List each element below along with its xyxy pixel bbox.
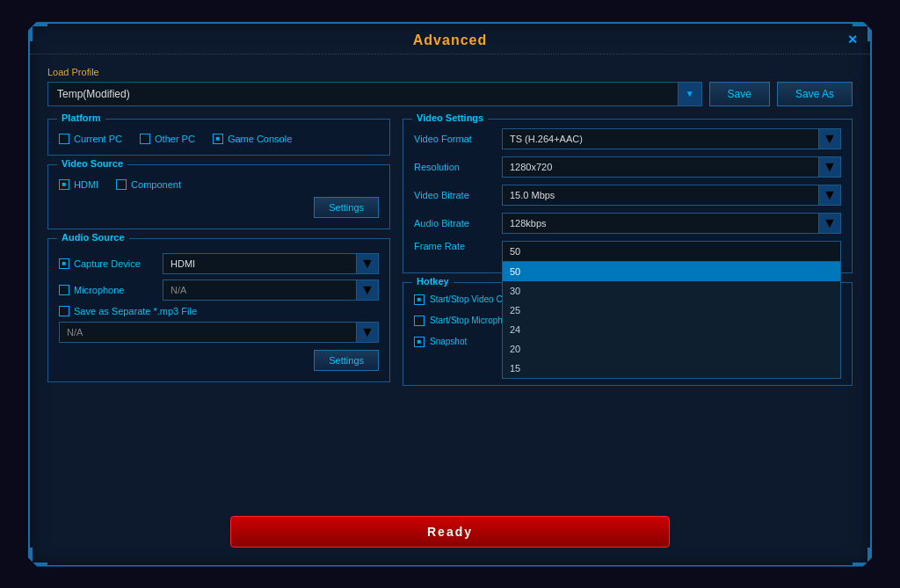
video-source-settings-row: Settings — [59, 197, 379, 218]
audio-bitrate-wrapper: 128kbps ▼ — [502, 213, 841, 234]
resolution-value: 1280x720 — [502, 156, 841, 178]
load-profile-section: Load Profile Temp(Modified) ▼ Save Save … — [47, 67, 853, 106]
microphone-checkbox[interactable] — [59, 285, 69, 295]
capture-device-checkbox[interactable] — [59, 258, 69, 269]
video-format-arrow[interactable]: ▼ — [818, 128, 841, 149]
capture-device-row: Capture Device HDMI ▼ — [59, 253, 379, 274]
platform-box: Platform Current PC Other PC Game Con — [47, 119, 390, 156]
frame-rate-option-15[interactable]: 15 — [503, 359, 840, 378]
left-panel: Platform Current PC Other PC Game Con — [47, 119, 390, 386]
audio-bitrate-row: Audio Bitrate 128kbps ▼ — [414, 213, 841, 234]
ready-bar: Ready — [230, 516, 670, 548]
other-pc-checkbox[interactable] — [140, 134, 150, 144]
microphone-item: Microphone — [59, 285, 156, 295]
frame-rate-option-24[interactable]: 24 — [503, 320, 840, 339]
video-bitrate-value: 15.0 Mbps — [502, 185, 841, 206]
chevron-down-icon: ▼ — [823, 215, 837, 231]
current-pc-label: Current PC — [74, 134, 122, 144]
platform-checkboxes: Current PC Other PC Game Console — [59, 134, 379, 144]
profile-dropdown-arrow[interactable]: ▼ — [678, 82, 702, 106]
main-window: Advanced ✕ Load Profile Temp(Modified) ▼… — [28, 22, 872, 567]
audio-bitrate-label: Audio Bitrate — [414, 218, 502, 229]
hdmi-item: HDMI — [59, 179, 98, 190]
capture-device-arrow[interactable]: ▼ — [356, 253, 379, 274]
na-row: N/A ▼ — [59, 322, 379, 343]
video-format-row: Video Format TS (H.264+AAC) ▼ — [414, 128, 841, 149]
capture-device-item: Capture Device — [59, 258, 156, 269]
microphone-dropdown-wrapper: N/A ▼ — [163, 279, 379, 301]
save-as-button[interactable]: Save As — [777, 82, 853, 106]
platform-current-pc: Current PC — [59, 134, 122, 144]
chevron-down-icon: ▼ — [823, 159, 837, 175]
frame-rate-row: Frame Rate 50 50 30 25 24 20 15 — [414, 241, 841, 262]
video-bitrate-wrapper: 15.0 Mbps ▼ — [502, 185, 841, 206]
microphone-row: Microphone N/A ▼ — [59, 279, 379, 301]
frame-rate-option-20[interactable]: 20 — [503, 339, 840, 359]
frame-rate-dropdown: 50 30 25 24 20 15 — [502, 262, 841, 379]
right-panel: Video Settings Video Format TS (H.264+AA… — [403, 119, 853, 386]
game-console-label: Game Console — [228, 134, 292, 144]
video-bitrate-label: Video Bitrate — [414, 190, 502, 200]
component-checkbox[interactable] — [116, 179, 127, 190]
platform-other-pc: Other PC — [140, 134, 195, 144]
video-source-row: HDMI Component — [59, 179, 379, 190]
chevron-down-icon: ▼ — [823, 187, 837, 203]
capture-device-label: Capture Device — [74, 258, 141, 269]
other-pc-label: Other PC — [155, 134, 195, 144]
save-mp3-checkbox[interactable] — [59, 306, 69, 316]
audio-source-settings-button[interactable]: Settings — [314, 350, 379, 371]
chevron-down-icon: ▼ — [360, 324, 374, 340]
video-settings-box: Video Settings Video Format TS (H.264+AA… — [403, 119, 853, 273]
chevron-down-icon: ▼ — [360, 282, 374, 298]
component-label: Component — [131, 179, 181, 190]
hdmi-label: HDMI — [74, 179, 98, 190]
video-source-box: Video Source HDMI Component Settings — [47, 164, 390, 229]
frame-rate-option-50[interactable]: 50 — [503, 262, 840, 281]
hotkey-0-checkbox[interactable] — [414, 294, 425, 305]
save-button[interactable]: Save — [709, 82, 770, 106]
hotkey-2-checkbox[interactable] — [414, 337, 425, 347]
current-pc-checkbox[interactable] — [59, 134, 69, 144]
resolution-wrapper: 1280x720 ▼ — [502, 156, 841, 178]
audio-bitrate-arrow[interactable]: ▼ — [818, 213, 841, 234]
microphone-value: N/A — [163, 279, 379, 301]
na-dropdown-wrapper: N/A ▼ — [59, 322, 379, 343]
microphone-arrow[interactable]: ▼ — [356, 279, 379, 301]
title-bar: Advanced ✕ — [30, 24, 870, 54]
hotkey-title: Hotkey — [412, 276, 454, 287]
window-title: Advanced — [413, 33, 487, 47]
hotkey-1-checkbox[interactable] — [414, 316, 425, 326]
audio-bitrate-value: 128kbps — [502, 213, 841, 234]
close-button[interactable]: ✕ — [847, 33, 858, 47]
video-source-title: Video Source — [57, 158, 127, 169]
chevron-down-icon: ▼ — [686, 89, 694, 98]
microphone-label: Microphone — [74, 285, 124, 295]
audio-source-settings-row: Settings — [59, 350, 379, 371]
resolution-row: Resolution 1280x720 ▼ — [414, 156, 841, 178]
video-format-wrapper: TS (H.264+AAC) ▼ — [502, 128, 841, 149]
capture-device-dropdown-wrapper: HDMI ▼ — [163, 253, 379, 274]
na-arrow[interactable]: ▼ — [356, 322, 379, 343]
frame-rate-value: 50 — [502, 241, 841, 262]
ready-text: Ready — [427, 525, 473, 539]
platform-game-console: Game Console — [213, 134, 292, 144]
main-panels: Platform Current PC Other PC Game Con — [47, 119, 853, 386]
capture-device-value: HDMI — [163, 253, 379, 274]
video-format-label: Video Format — [414, 134, 502, 144]
resolution-label: Resolution — [414, 162, 502, 172]
hdmi-checkbox[interactable] — [59, 179, 69, 190]
profile-row: Temp(Modified) ▼ Save Save As — [47, 82, 853, 106]
resolution-arrow[interactable]: ▼ — [818, 156, 841, 178]
frame-rate-option-30[interactable]: 30 — [503, 281, 840, 301]
profile-value: Temp(Modified) — [47, 82, 702, 106]
chevron-down-icon: ▼ — [360, 256, 374, 272]
window-content: Load Profile Temp(Modified) ▼ Save Save … — [30, 54, 870, 398]
video-source-settings-button[interactable]: Settings — [314, 197, 379, 218]
frame-rate-option-25[interactable]: 25 — [503, 301, 840, 320]
load-profile-label: Load Profile — [47, 67, 853, 77]
platform-title: Platform — [57, 113, 105, 123]
audio-source-box: Audio Source Capture Device HDMI ▼ — [47, 238, 390, 382]
video-bitrate-arrow[interactable]: ▼ — [818, 185, 841, 206]
game-console-checkbox[interactable] — [213, 134, 223, 144]
chevron-down-icon: ▼ — [823, 131, 837, 147]
